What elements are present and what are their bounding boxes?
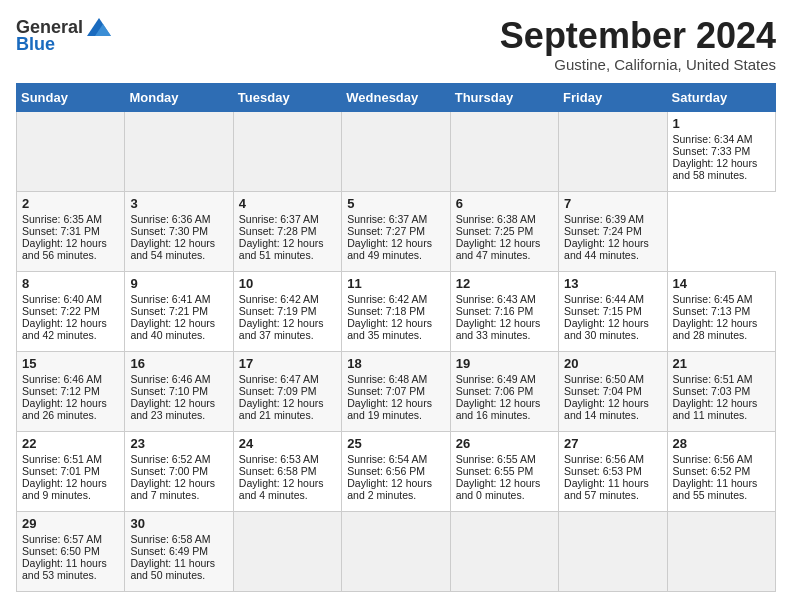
sunset: Sunset: 7:24 PM [564, 225, 642, 237]
calendar-cell: 6Sunrise: 6:38 AMSunset: 7:25 PMDaylight… [450, 191, 558, 271]
sunset: Sunset: 6:50 PM [22, 545, 100, 557]
sunrise: Sunrise: 6:42 AM [239, 293, 319, 305]
sunrise: Sunrise: 6:34 AM [673, 133, 753, 145]
day-number: 22 [22, 436, 119, 451]
daylight-minutes: and 58 minutes. [673, 169, 748, 181]
sunrise: Sunrise: 6:43 AM [456, 293, 536, 305]
calendar-cell: 8Sunrise: 6:40 AMSunset: 7:22 PMDaylight… [17, 271, 125, 351]
logo: General Blue [16, 16, 113, 55]
sunset: Sunset: 7:22 PM [22, 305, 100, 317]
sunrise: Sunrise: 6:54 AM [347, 453, 427, 465]
daylight-minutes: and 26 minutes. [22, 409, 97, 421]
calendar-week-row: 22Sunrise: 6:51 AMSunset: 7:01 PMDayligh… [17, 431, 776, 511]
daylight: Daylight: 12 hours [22, 397, 107, 409]
calendar-header-day: Monday [125, 83, 233, 111]
sunset: Sunset: 7:19 PM [239, 305, 317, 317]
daylight: Daylight: 12 hours [239, 477, 324, 489]
day-number: 5 [347, 196, 444, 211]
calendar-cell: 2Sunrise: 6:35 AMSunset: 7:31 PMDaylight… [17, 191, 125, 271]
location: Gustine, California, United States [500, 56, 776, 73]
sunrise: Sunrise: 6:53 AM [239, 453, 319, 465]
calendar-cell: 23Sunrise: 6:52 AMSunset: 7:00 PMDayligh… [125, 431, 233, 511]
sunrise: Sunrise: 6:39 AM [564, 213, 644, 225]
daylight: Daylight: 12 hours [456, 317, 541, 329]
calendar-cell: 25Sunrise: 6:54 AMSunset: 6:56 PMDayligh… [342, 431, 450, 511]
calendar-cell: 4Sunrise: 6:37 AMSunset: 7:28 PMDaylight… [233, 191, 341, 271]
day-number: 25 [347, 436, 444, 451]
calendar-cell: 29Sunrise: 6:57 AMSunset: 6:50 PMDayligh… [17, 511, 125, 591]
calendar-cell: 7Sunrise: 6:39 AMSunset: 7:24 PMDaylight… [559, 191, 667, 271]
day-number: 10 [239, 276, 336, 291]
day-number: 6 [456, 196, 553, 211]
daylight: Daylight: 12 hours [347, 237, 432, 249]
daylight: Daylight: 11 hours [130, 557, 215, 569]
sunset: Sunset: 6:58 PM [239, 465, 317, 477]
calendar-cell: 13Sunrise: 6:44 AMSunset: 7:15 PMDayligh… [559, 271, 667, 351]
sunrise: Sunrise: 6:37 AM [347, 213, 427, 225]
daylight-minutes: and 44 minutes. [564, 249, 639, 261]
daylight-minutes: and 11 minutes. [673, 409, 748, 421]
daylight: Daylight: 12 hours [239, 397, 324, 409]
sunset: Sunset: 6:49 PM [130, 545, 208, 557]
sunset: Sunset: 7:21 PM [130, 305, 208, 317]
daylight: Daylight: 12 hours [673, 397, 758, 409]
sunrise: Sunrise: 6:55 AM [456, 453, 536, 465]
calendar-cell: 28Sunrise: 6:56 AMSunset: 6:52 PMDayligh… [667, 431, 775, 511]
calendar-cell: 10Sunrise: 6:42 AMSunset: 7:19 PMDayligh… [233, 271, 341, 351]
sunrise: Sunrise: 6:56 AM [673, 453, 753, 465]
calendar-cell: 24Sunrise: 6:53 AMSunset: 6:58 PMDayligh… [233, 431, 341, 511]
daylight: Daylight: 11 hours [22, 557, 107, 569]
daylight: Daylight: 12 hours [347, 317, 432, 329]
day-number: 17 [239, 356, 336, 371]
calendar-week-row: 1Sunrise: 6:34 AMSunset: 7:33 PMDaylight… [17, 111, 776, 191]
calendar-header-day: Friday [559, 83, 667, 111]
sunset: Sunset: 7:09 PM [239, 385, 317, 397]
day-number: 4 [239, 196, 336, 211]
calendar-cell: 26Sunrise: 6:55 AMSunset: 6:55 PMDayligh… [450, 431, 558, 511]
daylight-minutes: and 33 minutes. [456, 329, 531, 341]
day-number: 15 [22, 356, 119, 371]
daylight: Daylight: 12 hours [673, 317, 758, 329]
daylight-minutes: and 2 minutes. [347, 489, 416, 501]
sunrise: Sunrise: 6:35 AM [22, 213, 102, 225]
calendar-header-day: Sunday [17, 83, 125, 111]
sunrise: Sunrise: 6:57 AM [22, 533, 102, 545]
sunset: Sunset: 6:55 PM [456, 465, 534, 477]
daylight-minutes: and 7 minutes. [130, 489, 199, 501]
daylight: Daylight: 12 hours [130, 237, 215, 249]
sunrise: Sunrise: 6:50 AM [564, 373, 644, 385]
calendar-cell: 16Sunrise: 6:46 AMSunset: 7:10 PMDayligh… [125, 351, 233, 431]
daylight-minutes: and 28 minutes. [673, 329, 748, 341]
day-number: 16 [130, 356, 227, 371]
calendar-body: 1Sunrise: 6:34 AMSunset: 7:33 PMDaylight… [17, 111, 776, 591]
calendar-cell [667, 511, 775, 591]
sunset: Sunset: 7:12 PM [22, 385, 100, 397]
day-number: 24 [239, 436, 336, 451]
day-number: 12 [456, 276, 553, 291]
daylight-minutes: and 19 minutes. [347, 409, 422, 421]
calendar-cell [342, 511, 450, 591]
sunrise: Sunrise: 6:44 AM [564, 293, 644, 305]
calendar-header-day: Thursday [450, 83, 558, 111]
day-number: 3 [130, 196, 227, 211]
sunset: Sunset: 7:10 PM [130, 385, 208, 397]
daylight-minutes: and 14 minutes. [564, 409, 639, 421]
sunset: Sunset: 7:18 PM [347, 305, 425, 317]
daylight-minutes: and 57 minutes. [564, 489, 639, 501]
calendar-cell: 20Sunrise: 6:50 AMSunset: 7:04 PMDayligh… [559, 351, 667, 431]
sunrise: Sunrise: 6:58 AM [130, 533, 210, 545]
daylight-minutes: and 9 minutes. [22, 489, 91, 501]
sunrise: Sunrise: 6:51 AM [22, 453, 102, 465]
sunset: Sunset: 7:01 PM [22, 465, 100, 477]
calendar-cell: 12Sunrise: 6:43 AMSunset: 7:16 PMDayligh… [450, 271, 558, 351]
sunset: Sunset: 6:52 PM [673, 465, 751, 477]
calendar-week-row: 2Sunrise: 6:35 AMSunset: 7:31 PMDaylight… [17, 191, 776, 271]
sunrise: Sunrise: 6:45 AM [673, 293, 753, 305]
logo-blue-text: Blue [16, 34, 55, 55]
daylight: Daylight: 12 hours [456, 477, 541, 489]
daylight-minutes: and 4 minutes. [239, 489, 308, 501]
daylight: Daylight: 12 hours [130, 477, 215, 489]
daylight-minutes: and 16 minutes. [456, 409, 531, 421]
calendar-cell: 27Sunrise: 6:56 AMSunset: 6:53 PMDayligh… [559, 431, 667, 511]
day-number: 11 [347, 276, 444, 291]
